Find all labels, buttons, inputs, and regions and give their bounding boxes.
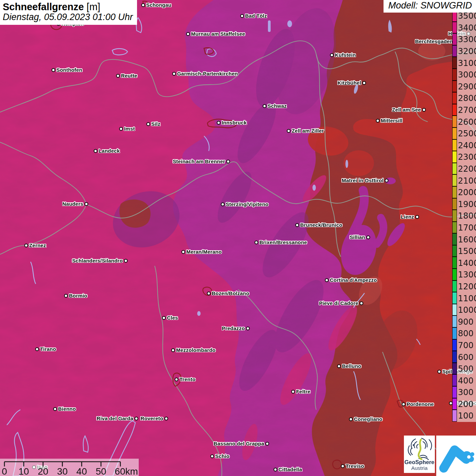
legend-swatch (452, 210, 457, 222)
legend-value: 400 (457, 375, 476, 387)
city-dot (349, 418, 353, 421)
city-label: Bad Tölz (245, 13, 267, 19)
city-label: Bozen/Bolzano (212, 290, 249, 296)
partner-logo-box (436, 436, 476, 476)
legend-value: 1800 (457, 210, 476, 222)
city-label: Bienno (58, 406, 76, 412)
legend-value: 1200 (457, 281, 476, 293)
legend-swatch (452, 304, 457, 316)
city-dot (147, 122, 150, 126)
city-dot (162, 316, 166, 320)
legend-swatch (452, 386, 457, 398)
legend-swatch (452, 163, 457, 175)
legend-row: 2000 (452, 187, 476, 199)
legend-row: 1300 (452, 269, 476, 281)
legend-row: 3300 (452, 34, 476, 46)
legend-value: 2800 (457, 92, 476, 104)
city-label: Cittadella (278, 466, 302, 472)
city-dot (221, 203, 225, 206)
city-dot (85, 202, 88, 206)
city-dot (255, 241, 258, 244)
legend-value: 1900 (457, 199, 476, 210)
city-dot (35, 347, 39, 351)
legend-row: 2400 (452, 140, 476, 152)
city-label: Meran/Merano (186, 249, 222, 255)
city-dot (240, 14, 244, 18)
scalebar-label: 0 (2, 466, 7, 476)
legend-row: 3000 (452, 69, 476, 81)
legend-row: 3200 (452, 46, 476, 57)
legend-row: 1000 (452, 304, 476, 316)
legend-swatch (452, 81, 457, 92)
city-dot (263, 104, 267, 108)
city-dot (325, 278, 329, 282)
legend-value: 1100 (457, 292, 476, 304)
legend-row: 2900 (452, 81, 476, 93)
legend-value: 600 (457, 351, 476, 363)
legend-swatch (452, 92, 457, 104)
legend-row: 2700 (452, 104, 476, 116)
legend-swatch (452, 292, 457, 304)
legend-swatch (452, 69, 457, 81)
legend-value: 700 (457, 340, 476, 352)
legend-swatch (452, 316, 457, 327)
city-dot (226, 160, 230, 164)
city-dot (182, 250, 185, 254)
title-text: Schneefallgrenze (3, 1, 84, 12)
city-dot (141, 3, 145, 7)
city-dot (341, 464, 345, 468)
city-dot (422, 108, 426, 112)
scalebar-label: 30 (57, 466, 68, 476)
city-label: Garmisch-Partenkirchen (177, 71, 238, 76)
legend-value: 500 (457, 363, 476, 375)
legend-value: 2500 (457, 128, 476, 140)
legend-swatch (452, 233, 457, 245)
city-dot (287, 129, 291, 133)
legend-swatch (452, 186, 457, 198)
legend-swatch (452, 104, 457, 116)
legend-value: 300 (457, 387, 476, 398)
city-label: Zell am See (392, 107, 421, 113)
lake-achensee (268, 20, 271, 32)
legend-swatch (452, 139, 457, 151)
legend-row: 1900 (452, 199, 476, 210)
legend-swatch (452, 398, 457, 410)
city-label: Pieve di Cadore (319, 300, 358, 306)
scalebar: 0102030405060km (0, 459, 139, 476)
legend-swatch (452, 327, 457, 339)
city-dot (337, 364, 341, 368)
geosphere-country: Austria (411, 465, 427, 471)
legend-swatch (452, 245, 457, 257)
scalebar-label: 50 (96, 466, 106, 476)
legend-swatch (452, 22, 457, 34)
page-title: Schneefallgrenze [m] (3, 2, 133, 12)
city-label: Imst (124, 126, 135, 132)
city-label: Berchtesgaden (415, 38, 453, 44)
legend-swatch (452, 151, 457, 163)
city-label: Schwaz (268, 103, 287, 109)
city-label: Predazzo (222, 325, 245, 331)
city-dot (175, 378, 178, 381)
city-dot (207, 292, 211, 295)
legend-row: 100 (452, 410, 476, 422)
geosphere-logo-icon (404, 436, 435, 460)
city-label: Sterzing/Vipiteno (226, 201, 269, 207)
legend-swatch (452, 339, 457, 351)
legend-row: 3100 (452, 57, 476, 69)
city-label: Cortina d'Ampezzo (330, 277, 377, 283)
city-label: Trento (180, 376, 196, 382)
legend-swatch (452, 257, 457, 269)
city-label: Kitzbühel (338, 80, 361, 86)
legend-swatch (452, 222, 457, 234)
city-label: Sillian (350, 234, 365, 240)
city-label: Zell am Ziller (292, 128, 324, 134)
legend-swatch (452, 33, 457, 45)
city-dot (274, 468, 277, 472)
scalebar-label: 60km (115, 466, 138, 476)
legend-value: 1000 (457, 304, 476, 316)
city-dot (171, 348, 175, 352)
mountain-logo-icon (436, 436, 476, 476)
city-dot (376, 119, 380, 123)
city-label: Lienz (401, 214, 414, 220)
lake-tegernsee (287, 20, 292, 27)
